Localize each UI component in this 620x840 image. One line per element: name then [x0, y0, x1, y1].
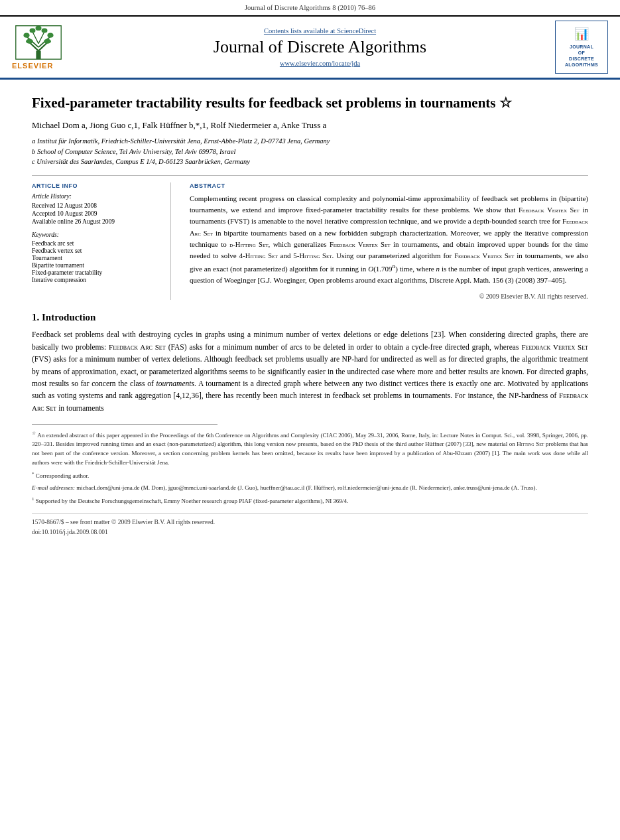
journal-url-link[interactable]: www.elsevier.com/locate/jda — [85, 60, 555, 67]
keyword-4: Bipartite tournament — [32, 262, 161, 269]
keyword-2: Feedback vertex set — [32, 247, 161, 254]
journal-meta-line: Journal of Discrete Algorithms 8 (2010) … — [0, 4, 620, 11]
journal-center: Contents lists available at ScienceDirec… — [85, 27, 555, 67]
section-divider — [32, 175, 588, 176]
svg-point-7 — [26, 39, 33, 44]
svg-point-11 — [30, 28, 36, 33]
article-info-column: Article Info Article History: Received 1… — [32, 182, 171, 300]
two-column-layout: Article Info Article History: Received 1… — [32, 182, 588, 300]
affiliation-b: b School of Computer Science, Tel Aviv U… — [32, 147, 588, 157]
svg-point-12 — [42, 28, 48, 33]
footnote-corresponding: * Corresponding author. — [32, 470, 588, 481]
article-title: Fixed-parameter tractability results for… — [32, 94, 588, 112]
journal-header: Journal of Discrete Algorithms 8 (2010) … — [0, 0, 620, 17]
journal-title-banner: Journal of Discrete Algorithms — [85, 37, 555, 57]
journal-banner: ELSEVIER Contents lists available at Sci… — [0, 17, 620, 80]
bottom-meta: 1570-8667/$ – see front matter © 2009 El… — [32, 513, 588, 537]
svg-line-6 — [38, 32, 44, 44]
affiliation-c: c Universität des Saarlandes, Campus E 1… — [32, 157, 588, 167]
svg-point-10 — [48, 33, 54, 38]
received-date: Received 12 August 2008 — [32, 202, 161, 209]
abstract-column: Abstract Complementing recent progress o… — [190, 182, 588, 300]
svg-line-5 — [32, 32, 38, 44]
elsevier-tree-icon — [12, 25, 65, 60]
svg-point-9 — [24, 33, 30, 38]
affiliations: a Institut für Informatik, Friedrich-Sch… — [32, 136, 588, 167]
available-date: Available online 26 August 2009 — [32, 218, 161, 225]
introduction-paragraph-1: Feedback set problems deal with destroyi… — [32, 328, 588, 414]
svg-point-8 — [44, 39, 51, 44]
footnote-divider — [32, 424, 217, 425]
keyword-6: Iterative compression — [32, 277, 161, 283]
abstract-label: Abstract — [190, 182, 588, 189]
accepted-date: Accepted 10 August 2009 — [32, 210, 161, 217]
footnote-dfg: 1 Supported by the Deutsche Forschungsge… — [32, 496, 588, 506]
jda-icon: 📊 — [574, 27, 589, 42]
affiliation-a: a Institut für Informatik, Friedrich-Sch… — [32, 136, 588, 147]
introduction-section-title: 1. Introduction — [32, 312, 588, 323]
keywords-label: Keywords: — [32, 232, 161, 238]
keyword-3: Tournament — [32, 255, 161, 261]
article-info-label: Article Info — [32, 182, 161, 189]
sciencedirect-link[interactable]: Contents lists available at ScienceDirec… — [85, 27, 555, 35]
keyword-5: Fixed-parameter tractability — [32, 269, 161, 276]
abstract-text: Complementing recent progress on classic… — [190, 193, 588, 286]
footnote-email: E-mail addresses: michael.dom@uni-jena.d… — [32, 484, 588, 493]
elsevier-logo: ELSEVIER — [12, 25, 85, 70]
article-history-label: Article History: — [32, 193, 161, 200]
main-content: Fixed-parameter tractability results for… — [0, 80, 620, 544]
svg-rect-0 — [36, 51, 40, 60]
footnote-star: ☆ An extended abstract of this paper app… — [32, 430, 588, 468]
issn-line: 1570-8667/$ – see front matter © 2009 El… — [32, 518, 588, 527]
doi-line: doi:10.1016/j.jda.2009.08.001 — [32, 527, 588, 537]
svg-point-13 — [36, 26, 42, 31]
elsevier-text-label: ELSEVIER — [12, 62, 53, 70]
journal-logo-right: 📊 JOURNALOFDISCRETEALGORITHMS — [555, 21, 608, 74]
copyright-line: © 2009 Elsevier B.V. All rights reserved… — [190, 293, 588, 300]
authors-line: Michael Dom a, Jiong Guo c,1, Falk Hüffn… — [32, 119, 588, 132]
keyword-1: Feedback arc set — [32, 240, 161, 247]
